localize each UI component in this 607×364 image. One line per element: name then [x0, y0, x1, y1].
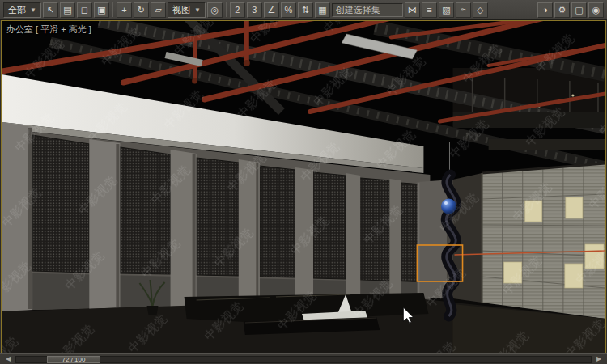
- window-crossing-icon[interactable]: ▣: [94, 2, 109, 18]
- reference-coordinate-label: 视图: [172, 4, 190, 16]
- align-icon[interactable]: ≡: [422, 2, 437, 18]
- render-toolbar-group: ◑ ⚙ ▢ ◉: [537, 2, 604, 18]
- toolbar-separator: [226, 2, 227, 17]
- time-slider-handle[interactable]: 72 / 100: [47, 356, 100, 363]
- mirror-icon[interactable]: ⋈: [405, 2, 420, 18]
- curve-editor-icon[interactable]: ≈: [456, 2, 471, 18]
- select-object-icon[interactable]: ↖: [43, 2, 58, 18]
- toolbar-separator: [112, 2, 113, 17]
- schematic-view-icon[interactable]: ◇: [473, 2, 488, 18]
- angle-snap-icon[interactable]: ∠: [264, 2, 279, 18]
- spinner-snap-icon[interactable]: ⇅: [298, 2, 313, 18]
- snap-2d-icon[interactable]: 2: [230, 2, 245, 18]
- percent-snap-icon[interactable]: %: [281, 2, 296, 18]
- main-toolbar: 全部 ▼ ↖ ▤ ◻ ▣ + ↻ ▱ 视图 ▼ ◎ 2 3 ∠ % ⇅ ▦ ⋈ …: [0, 0, 607, 20]
- named-selection-set-input[interactable]: [332, 3, 403, 17]
- material-editor-icon[interactable]: ◑: [537, 2, 553, 18]
- selection-filter-dropdown[interactable]: 全部 ▼: [3, 2, 41, 18]
- dropdown-arrow-icon: ▼: [194, 6, 201, 14]
- select-and-scale-icon[interactable]: ▱: [151, 2, 166, 18]
- dropdown-arrow-icon: ▼: [30, 6, 36, 14]
- select-and-move-icon[interactable]: +: [117, 2, 132, 18]
- watermark-overlay: [2, 21, 605, 353]
- select-by-name-icon[interactable]: ▤: [60, 2, 75, 18]
- previous-frame-icon[interactable]: ◀: [3, 356, 13, 362]
- edit-selection-sets-icon[interactable]: ▦: [315, 2, 330, 18]
- selection-filter-label: 全部: [8, 4, 26, 16]
- snap-3d-icon[interactable]: 3: [247, 2, 262, 18]
- use-pivot-point-icon[interactable]: ◎: [207, 2, 223, 18]
- quick-render-icon[interactable]: ◉: [588, 2, 604, 18]
- select-and-rotate-icon[interactable]: ↻: [134, 2, 149, 18]
- time-slider-track[interactable]: 72 / 100: [15, 356, 592, 363]
- render-setup-icon[interactable]: ⚙: [554, 2, 570, 18]
- perspective-viewport[interactable]: 中影视觉 中影视觉: [1, 20, 606, 353]
- 3dsmax-window: 全部 ▼ ↖ ▤ ◻ ▣ + ↻ ▱ 视图 ▼ ◎ 2 3 ∠ % ⇅ ▦ ⋈ …: [0, 0, 607, 364]
- rendered-frame-window-icon[interactable]: ▢: [571, 2, 587, 18]
- layer-manager-icon[interactable]: ▧: [439, 2, 454, 18]
- time-slider-bar: ◀ 72 / 100 ▶: [0, 353, 607, 364]
- next-frame-icon[interactable]: ▶: [594, 356, 604, 362]
- reference-coordinate-dropdown[interactable]: 视图 ▼: [168, 2, 206, 18]
- rectangular-selection-icon[interactable]: ◻: [77, 2, 92, 18]
- scene-render: 中影视觉 中影视觉: [2, 21, 605, 353]
